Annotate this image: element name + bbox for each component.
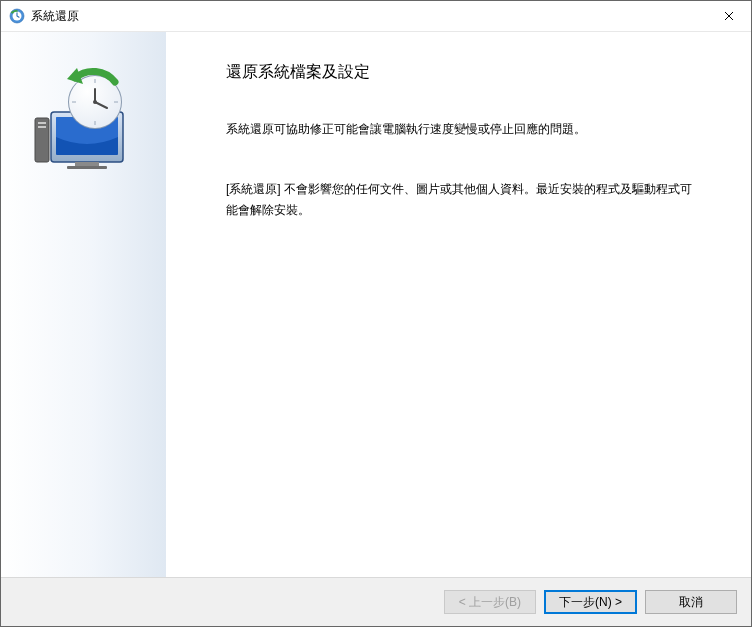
paragraph-note: [系統還原] 不會影響您的任何文件、圖片或其他個人資料。最近安裝的程式及驅動程式… bbox=[226, 179, 701, 220]
svg-rect-3 bbox=[35, 118, 49, 162]
svg-point-18 bbox=[93, 100, 97, 104]
next-button[interactable]: 下一步(N) > bbox=[544, 590, 637, 614]
system-restore-icon bbox=[9, 8, 25, 24]
svg-rect-5 bbox=[38, 126, 46, 128]
system-restore-graphic-icon bbox=[29, 161, 139, 175]
wizard-sidebar bbox=[1, 32, 166, 577]
back-button: < 上一步(B) bbox=[444, 590, 536, 614]
window-title: 系統還原 bbox=[31, 8, 706, 25]
svg-rect-4 bbox=[38, 122, 46, 124]
svg-rect-8 bbox=[75, 162, 99, 166]
wizard-footer: < 上一步(B) 下一步(N) > 取消 bbox=[1, 577, 751, 626]
close-button[interactable] bbox=[706, 2, 751, 31]
cancel-button[interactable]: 取消 bbox=[645, 590, 737, 614]
close-icon bbox=[724, 11, 734, 21]
paragraph-intro: 系統還原可協助修正可能會讓電腦執行速度變慢或停止回應的問題。 bbox=[226, 119, 701, 139]
svg-rect-9 bbox=[67, 166, 107, 169]
wizard-content: 還原系統檔案及設定 系統還原可協助修正可能會讓電腦執行速度變慢或停止回應的問題。… bbox=[166, 32, 751, 577]
wizard-body: 還原系統檔案及設定 系統還原可協助修正可能會讓電腦執行速度變慢或停止回應的問題。… bbox=[1, 32, 751, 577]
page-heading: 還原系統檔案及設定 bbox=[226, 62, 701, 83]
system-restore-window: 系統還原 bbox=[0, 0, 752, 627]
titlebar: 系統還原 bbox=[1, 1, 751, 32]
